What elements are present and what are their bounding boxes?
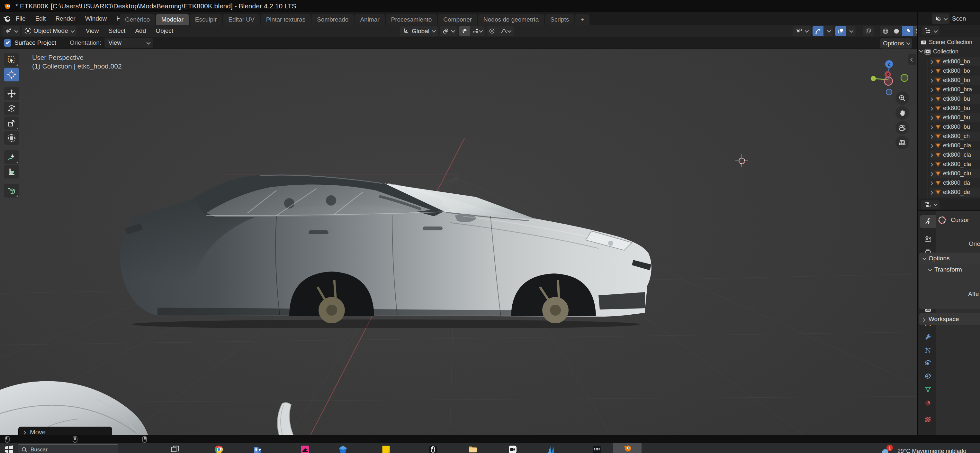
zoom-view-button[interactable]: [896, 91, 909, 105]
proportional-toggle[interactable]: [487, 26, 498, 36]
constraints-tab[interactable]: [920, 370, 936, 383]
app-camera-icon[interactable]: [509, 445, 517, 453]
expand-icon[interactable]: [930, 88, 933, 93]
weather-widget[interactable]: 29°C Mayormente nublado: [897, 448, 980, 453]
falloff-dropdown[interactable]: [498, 26, 514, 36]
solid-shading-button[interactable]: [891, 26, 902, 36]
scene-selector[interactable]: Scen: [932, 13, 980, 24]
tab-procesamiento[interactable]: Procesamiento: [386, 14, 438, 25]
snap-with-dropdown[interactable]: [470, 26, 485, 36]
axis-y-neg-ball[interactable]: [901, 74, 908, 81]
expand-icon[interactable]: [930, 135, 933, 139]
outliner-display-mode[interactable]: [922, 26, 940, 35]
white-car-part[interactable]: [0, 367, 154, 435]
axis-z-neg-ball[interactable]: [886, 89, 892, 95]
editor-type-button[interactable]: [3, 26, 20, 36]
modifiers-tab[interactable]: [920, 330, 936, 343]
material-tab[interactable]: [920, 397, 936, 410]
mode-dropdown[interactable]: Object Mode: [22, 26, 76, 36]
menu-object[interactable]: Object: [151, 24, 178, 37]
scale-tool[interactable]: [4, 116, 19, 130]
annotate-tool[interactable]: [4, 150, 19, 164]
gizmos-dropdown[interactable]: [824, 26, 833, 36]
car-model-3d[interactable]: [109, 167, 662, 328]
outliner-object-row[interactable]: etk800_bu: [930, 104, 980, 113]
app-oval-icon[interactable]: [429, 445, 437, 453]
overlays-dropdown[interactable]: [846, 26, 856, 36]
pan-view-button[interactable]: [896, 106, 909, 120]
expand-icon[interactable]: [930, 172, 933, 176]
gizmos-toggle[interactable]: [813, 26, 824, 36]
task-view-icon[interactable]: [171, 445, 179, 453]
outliner-object-row[interactable]: etk800_da: [930, 178, 980, 188]
expand-icon[interactable]: [930, 60, 933, 64]
tab-componer[interactable]: Componer: [438, 14, 477, 25]
collection-row[interactable]: Collection: [919, 47, 980, 56]
expand-icon[interactable]: [930, 70, 933, 74]
xray-toggle[interactable]: [863, 26, 873, 36]
expand-icon[interactable]: [919, 49, 923, 53]
chrome-icon[interactable]: [215, 445, 223, 453]
expand-icon[interactable]: [930, 182, 933, 186]
selectability-dropdown[interactable]: [792, 26, 811, 37]
expand-icon[interactable]: [930, 116, 933, 120]
scene-name[interactable]: Scen: [952, 15, 966, 22]
outliner-panel[interactable]: Scene Collection Collection etk800_bo et…: [918, 37, 980, 198]
outliner-object-row[interactable]: etk800_bo: [930, 66, 980, 76]
white-fin-object[interactable]: [272, 402, 302, 435]
camera-view-button[interactable]: [896, 121, 909, 134]
app-grid-icon[interactable]: [593, 445, 601, 453]
taskbar-blender-active[interactable]: [613, 443, 641, 453]
move-tool[interactable]: [4, 87, 19, 100]
outliner-object-row[interactable]: etk800_bo: [930, 57, 980, 66]
menu-select[interactable]: Select: [104, 24, 130, 37]
operator-panel-move[interactable]: Move: [18, 427, 112, 435]
add-workspace-button[interactable]: +: [575, 14, 589, 25]
properties-display-mode[interactable]: [921, 200, 940, 209]
snap-toggle[interactable]: [459, 26, 470, 36]
menu-render[interactable]: Render: [51, 12, 80, 25]
wireframe-shading-button[interactable]: [880, 26, 891, 36]
options-panel-header[interactable]: Options: [919, 252, 980, 264]
axis-x-neg-ball[interactable]: [884, 77, 892, 85]
expand-icon[interactable]: [930, 79, 933, 83]
rotate-tool[interactable]: [4, 102, 19, 115]
tab-generico[interactable]: Genérico: [119, 14, 155, 25]
add-cube-tool[interactable]: [4, 184, 19, 198]
expand-icon[interactable]: [930, 144, 933, 148]
tab-scripts[interactable]: Scripts: [545, 14, 574, 25]
physics-tab[interactable]: [920, 357, 936, 370]
blender-app-menu-icon[interactable]: [3, 14, 11, 23]
outliner-object-row[interactable]: etk800_de: [930, 188, 980, 197]
outliner-object-row[interactable]: etk800_ch: [930, 132, 980, 141]
menu-view[interactable]: View: [81, 24, 104, 37]
ortho-view-button[interactable]: [896, 136, 909, 149]
search-box[interactable]: Buscar: [18, 444, 118, 453]
app-yellow-icon[interactable]: [382, 445, 390, 453]
app-building-icon[interactable]: [253, 445, 262, 453]
workspace-panel-header[interactable]: Workspace: [919, 313, 980, 325]
start-icon[interactable]: [5, 445, 13, 453]
tab-modelar[interactable]: Modelar: [156, 14, 189, 25]
app-sails-icon[interactable]: [547, 445, 555, 453]
expand-icon[interactable]: [930, 97, 933, 102]
tab-animar[interactable]: Animar: [355, 14, 385, 25]
menu-edit[interactable]: Edit: [30, 12, 51, 25]
expand-icon[interactable]: [930, 163, 933, 167]
data-tab[interactable]: [920, 383, 936, 396]
expand-icon[interactable]: [930, 107, 933, 111]
menu-file[interactable]: File: [11, 12, 30, 25]
menu-window[interactable]: Window: [80, 12, 112, 25]
outliner-object-row[interactable]: etk800_bu: [930, 94, 980, 104]
expand-icon[interactable]: [930, 191, 933, 195]
app-blue-icon[interactable]: [339, 445, 347, 453]
render-tab[interactable]: [920, 233, 936, 246]
menu-add[interactable]: Add: [130, 24, 151, 37]
orientation-dropdown[interactable]: Global: [400, 26, 438, 37]
material-preview-button[interactable]: [902, 26, 913, 36]
scene-collection-row[interactable]: Scene Collection: [921, 38, 980, 47]
app-pink-icon[interactable]: [301, 445, 309, 453]
notification-badge[interactable]: 1: [886, 445, 893, 451]
tab-sombreado[interactable]: Sombreado: [312, 14, 354, 25]
viewport-3d[interactable]: User Perspective (1) Collection | etkc_h…: [0, 49, 918, 435]
